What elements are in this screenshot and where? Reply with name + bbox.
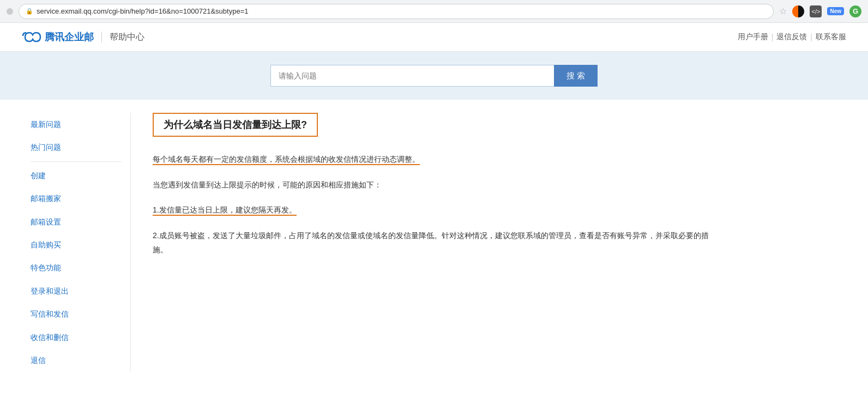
article-content: 为什么域名当日发信量到达上限? 每个域名每天都有一定的发信额度，系统会根据域的收… (131, 113, 731, 372)
help-center-label: 帮助中心 (110, 32, 144, 43)
lock-icon: 🔒 (26, 8, 33, 15)
logo-area: 腾讯企业邮 帮助中心 (22, 31, 144, 44)
logo-brand-text: 腾讯企业邮 (45, 31, 94, 44)
header-nav: 用户手册 | 退信反馈 | 联系客服 (738, 32, 846, 42)
article-para1: 每个域名每天都有一定的发信额度，系统会根据域的收发信情况进行动态调整。 (153, 152, 709, 167)
browser-actions: ☆ </> New G (779, 5, 861, 17)
grammarly-ext-icon[interactable]: G (849, 5, 861, 17)
sidebar-item-receive[interactable]: 收信和删信 (22, 326, 130, 349)
sidebar-item-features[interactable]: 特色功能 (22, 256, 130, 279)
sidebar-divider (31, 161, 122, 162)
nav-feedback[interactable]: 退信反馈 (776, 32, 807, 42)
tencent-logo-svg (22, 31, 41, 44)
sidebar-item-latest[interactable]: 最新问题 (22, 113, 130, 136)
main-content: 最新问题 热门问题 创建 邮箱搬家 邮箱设置 自助购买 特色功能 登录和退出 写… (0, 100, 868, 385)
nav-contact[interactable]: 联系客服 (816, 32, 846, 42)
logo-icon: 腾讯企业邮 (22, 31, 94, 44)
article-para3-text: 1.发信量已达当日上限，建议您隔天再发。 (153, 205, 297, 216)
search-button[interactable]: 搜 索 (554, 65, 598, 87)
nav-user-manual[interactable]: 用户手册 (738, 32, 768, 42)
search-box: 搜 索 (270, 65, 598, 87)
logo-divider (101, 32, 102, 43)
address-text: service.exmail.qq.com/cgi-bin/help?id=16… (37, 7, 767, 15)
nav-sep-1: | (771, 33, 774, 41)
search-input[interactable] (270, 65, 554, 87)
browser-dot (7, 8, 13, 15)
sidebar-item-move[interactable]: 邮箱搬家 (22, 187, 130, 210)
article-para3: 1.发信量已达当日上限，建议您隔天再发。 (153, 203, 709, 217)
article-title-box: 为什么域名当日发信量到达上限? (153, 113, 318, 137)
code-ext-icon[interactable]: </> (810, 5, 822, 17)
article-para1-block: 每个域名每天都有一定的发信额度，系统会根据域的收发信情况进行动态调整。 (153, 152, 709, 167)
article-title: 为什么域名当日发信量到达上限? (164, 119, 307, 130)
sidebar-item-settings[interactable]: 邮箱设置 (22, 210, 130, 233)
article-para2: 当您遇到发信量到达上限提示的时候，可能的原因和相应措施如下： (153, 178, 709, 192)
sidebar-item-create[interactable]: 创建 (22, 164, 130, 187)
sidebar: 最新问题 热门问题 创建 邮箱搬家 邮箱设置 自助购买 特色功能 登录和退出 写… (22, 113, 131, 372)
article-para3-block: 1.发信量已达当日上限，建议您隔天再发。 (153, 203, 709, 217)
page-header: 腾讯企业邮 帮助中心 用户手册 | 退信反馈 | 联系客服 (0, 23, 868, 52)
article-para4-block: 2.成员账号被盗，发送了大量垃圾邮件，占用了域名的发信量或使域名的发信量降低。针… (153, 228, 709, 257)
sidebar-item-bounce[interactable]: 退信 (22, 349, 130, 372)
yin-yang-ext-icon[interactable] (792, 5, 804, 17)
search-banner: 搜 索 (0, 52, 868, 100)
bookmark-icon[interactable]: ☆ (779, 6, 787, 16)
address-bar[interactable]: 🔒 service.exmail.qq.com/cgi-bin/help?id=… (19, 4, 774, 19)
new-ext-badge[interactable]: New (827, 7, 844, 15)
nav-sep-2: | (810, 33, 812, 41)
sidebar-item-hot[interactable]: 热门问题 (22, 136, 130, 159)
sidebar-item-login[interactable]: 登录和退出 (22, 280, 130, 302)
sidebar-item-compose[interactable]: 写信和发信 (22, 302, 130, 325)
sidebar-item-purchase[interactable]: 自助购买 (22, 233, 130, 256)
article-para4: 2.成员账号被盗，发送了大量垃圾邮件，占用了域名的发信量或使域名的发信量降低。针… (153, 228, 709, 257)
article-para2-block: 当您遇到发信量到达上限提示的时候，可能的原因和相应措施如下： (153, 178, 709, 192)
article-para1-text: 每个域名每天都有一定的发信额度，系统会根据域的收发信情况进行动态调整。 (153, 155, 420, 165)
browser-chrome: 🔒 service.exmail.qq.com/cgi-bin/help?id=… (0, 0, 868, 23)
browser-controls (7, 8, 13, 15)
